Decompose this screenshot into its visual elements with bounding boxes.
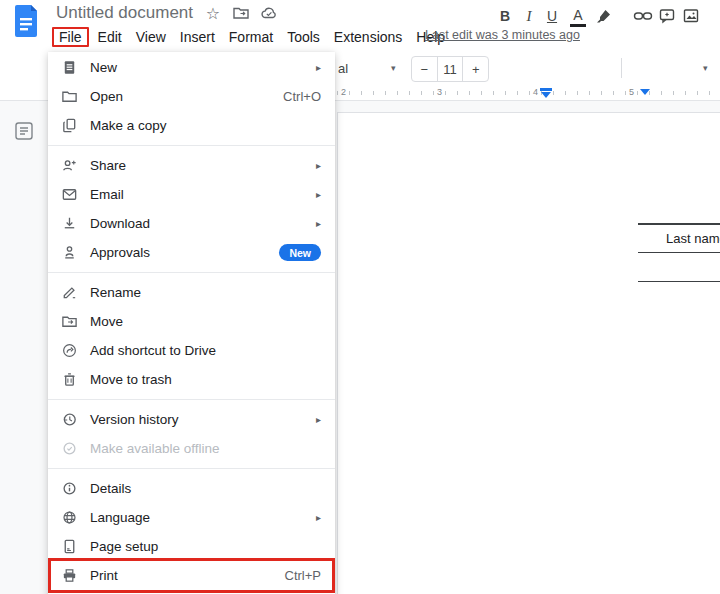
- trash-icon: [61, 371, 78, 388]
- bold-button[interactable]: B: [497, 4, 513, 28]
- menu-tools[interactable]: Tools: [280, 28, 327, 46]
- google-docs-logo[interactable]: [14, 4, 40, 38]
- underline-button[interactable]: U: [544, 4, 560, 28]
- menu-item-approvals[interactable]: Approvals New: [48, 238, 335, 267]
- menu-item-label: Make available offline: [90, 441, 321, 456]
- font-size-value[interactable]: 11: [437, 57, 464, 81]
- menu-item-label: Rename: [90, 285, 321, 300]
- menu-item-label: Approvals: [90, 245, 279, 260]
- indent-marker-bar[interactable]: [540, 88, 552, 91]
- star-icon[interactable]: ☆: [204, 4, 222, 22]
- menu-item-details[interactable]: Details: [48, 474, 335, 503]
- menu-item-label: Move: [90, 314, 321, 329]
- page-setup-icon: [61, 538, 78, 555]
- title-actions: ☆: [204, 4, 278, 22]
- copy-icon: [61, 117, 78, 134]
- menu-item-add-shortcut-to-drive[interactable]: Add shortcut to Drive: [48, 336, 335, 365]
- document-title[interactable]: Untitled document: [56, 3, 193, 23]
- menu-format[interactable]: Format: [222, 28, 280, 46]
- move-folder-icon[interactable]: [232, 4, 250, 22]
- right-indent-marker-icon[interactable]: [640, 89, 650, 95]
- history-icon: [61, 411, 78, 428]
- ruler-ticks: [337, 91, 720, 95]
- info-icon: [61, 480, 78, 497]
- menu-divider: [48, 145, 335, 146]
- highlight-color-button[interactable]: [595, 4, 613, 28]
- menu-item-share[interactable]: Share ▸: [48, 151, 335, 180]
- insert-image-caret-icon[interactable]: ▾: [703, 56, 708, 80]
- menu-item-label: Language: [90, 510, 316, 525]
- menu-item-move-to-trash[interactable]: Move to trash: [48, 365, 335, 394]
- menu-item-label: Share: [90, 158, 316, 173]
- menu-item-label: Details: [90, 481, 321, 496]
- drive-shortcut-icon: [61, 342, 78, 359]
- menu-item-new[interactable]: New ▸: [48, 53, 335, 82]
- table-header-cell[interactable]: Last name: [638, 225, 720, 253]
- document-page[interactable]: Last name Email Phone ▾ Occupation: [337, 112, 720, 594]
- menu-item-email[interactable]: Email ▸: [48, 180, 335, 209]
- offline-icon: [61, 440, 78, 457]
- menu-item-language[interactable]: Language ▸: [48, 503, 335, 532]
- menu-item-label: Email: [90, 187, 316, 202]
- ruler-number: 3: [437, 87, 442, 97]
- shortcut-label: Ctrl+P: [285, 568, 321, 583]
- move-folder-icon: [61, 313, 78, 330]
- menu-file[interactable]: File: [52, 27, 89, 47]
- menu-divider: [48, 399, 335, 400]
- font-size-decrease-button[interactable]: −: [412, 57, 437, 81]
- menu-item-download[interactable]: Download ▸: [48, 209, 335, 238]
- file-menu-dropdown: New ▸ Open Ctrl+O Make a copy Share ▸ Em…: [48, 52, 335, 594]
- cloud-saved-icon[interactable]: [260, 4, 278, 22]
- menu-item-open[interactable]: Open Ctrl+O: [48, 82, 335, 111]
- font-size-increase-button[interactable]: +: [463, 57, 488, 81]
- text-color-button[interactable]: A: [570, 7, 586, 27]
- add-comment-button[interactable]: [658, 4, 676, 28]
- submenu-arrow-icon: ▸: [316, 218, 321, 229]
- email-icon: [61, 186, 78, 203]
- menu-item-label: Make a copy: [90, 118, 321, 133]
- insert-image-button[interactable]: [682, 4, 700, 28]
- italic-button[interactable]: I: [521, 4, 537, 28]
- ruler-number: 2: [341, 87, 346, 97]
- menu-extensions[interactable]: Extensions: [327, 28, 409, 46]
- menu-item-make-a-copy[interactable]: Make a copy: [48, 111, 335, 140]
- menu-edit[interactable]: Edit: [91, 28, 129, 46]
- menu-item-label: Print: [90, 568, 285, 583]
- menu-divider: [48, 272, 335, 273]
- menu-item-label: Move to trash: [90, 372, 321, 387]
- menu-divider: [48, 468, 335, 469]
- submenu-arrow-icon: ▸: [316, 512, 321, 523]
- menu-item-move[interactable]: Move: [48, 307, 335, 336]
- insert-link-button[interactable]: [633, 4, 653, 28]
- show-outline-icon[interactable]: [13, 120, 35, 142]
- menu-item-make-available-offline: Make available offline: [48, 434, 335, 463]
- new-doc-icon: [61, 59, 78, 76]
- menu-item-version-history[interactable]: Version history ▸: [48, 405, 335, 434]
- document-table[interactable]: Last name Email Phone ▾ Occupation: [638, 223, 720, 282]
- new-badge: New: [279, 244, 321, 261]
- last-edit-link[interactable]: Last edit was 3 minutes ago: [425, 28, 580, 42]
- menu-item-label: New: [90, 60, 316, 75]
- shortcut-label: Ctrl+O: [283, 89, 321, 104]
- ruler-number: 4: [533, 87, 538, 97]
- google-docs-app: Untitled document ☆ File Edit View Inser…: [0, 0, 720, 594]
- download-icon: [61, 215, 78, 232]
- menu-insert[interactable]: Insert: [173, 28, 222, 46]
- table-column: Last name: [638, 225, 720, 281]
- font-family-caret-icon[interactable]: ▾: [391, 56, 396, 80]
- submenu-arrow-icon: ▸: [316, 62, 321, 73]
- menu-item-rename[interactable]: Rename: [48, 278, 335, 307]
- left-indent-marker-icon[interactable]: [541, 92, 551, 98]
- table-cell[interactable]: [638, 253, 720, 281]
- menu-view[interactable]: View: [129, 28, 173, 46]
- folder-open-icon: [61, 88, 78, 105]
- rename-icon: [61, 284, 78, 301]
- submenu-arrow-icon: ▸: [316, 414, 321, 425]
- ruler-number: 5: [629, 87, 634, 97]
- menu-item-label: Page setup: [90, 539, 321, 554]
- menu-item-page-setup[interactable]: Page setup: [48, 532, 335, 561]
- menu-item-print[interactable]: Print Ctrl+P: [48, 561, 335, 590]
- font-family-select[interactable]: al: [338, 56, 348, 80]
- approvals-icon: [61, 244, 78, 261]
- submenu-arrow-icon: ▸: [316, 189, 321, 200]
